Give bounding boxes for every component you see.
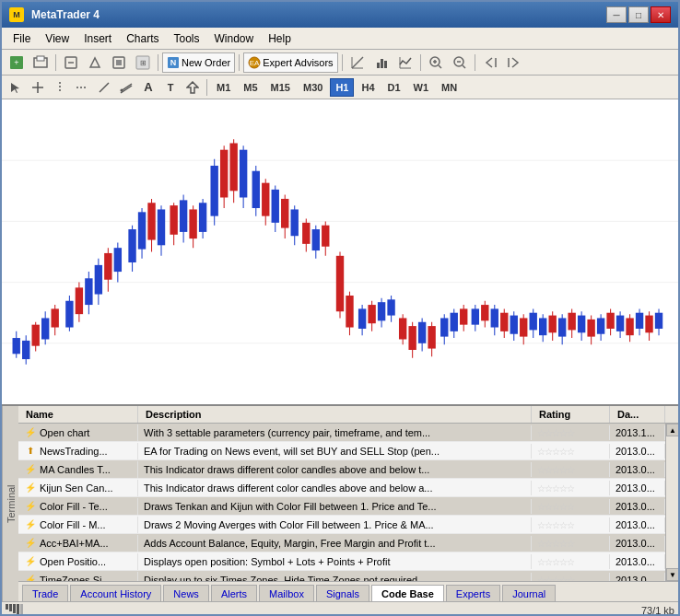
svg-rect-162 (587, 320, 594, 337)
svg-rect-56 (41, 318, 49, 339)
tab-mailbox[interactable]: Mailbox (259, 585, 314, 601)
window-title: MetaTrader 4 (31, 8, 100, 21)
table-row[interactable]: ⚡ Kijun Sen Can... This Indicator draws … (18, 479, 665, 497)
tab-signals[interactable]: Signals (316, 585, 369, 601)
menu-view[interactable]: View (38, 30, 76, 47)
vertical-line-tool[interactable] (50, 78, 70, 97)
cell-name: ⚡ Color Fill - Te... (18, 498, 138, 515)
close-button[interactable]: ✕ (651, 6, 671, 23)
scroll-right-button[interactable] (503, 52, 525, 73)
menu-insert[interactable]: Insert (76, 30, 119, 47)
new-order-button[interactable]: N New Order (162, 52, 235, 73)
text-tool[interactable]: A (138, 78, 158, 97)
maximize-button[interactable]: □ (628, 6, 649, 23)
status-left (6, 604, 23, 616)
tab-account-history[interactable]: Account History (70, 585, 161, 601)
row-icon: ⚡ (24, 463, 37, 476)
toolbar-btn-1[interactable]: + (6, 52, 28, 73)
svg-rect-96 (252, 171, 260, 208)
cell-description: Draws 2 Moving Averges with Color Fill b… (138, 517, 532, 532)
cell-date: 2013.0... (610, 517, 665, 532)
app-icon: M (9, 7, 24, 22)
svg-rect-112 (336, 256, 344, 311)
svg-rect-84 (189, 209, 196, 238)
scroll-track[interactable] (666, 436, 678, 568)
tab-news[interactable]: News (163, 585, 209, 601)
menu-charts[interactable]: Charts (119, 30, 166, 47)
table-row[interactable]: ⚡ Color Fill - M... Draws 2 Moving Averg… (18, 516, 665, 534)
table-row[interactable]: ⚡ Acc+BAI+MA... Adds Account Balance, Eq… (18, 534, 665, 552)
period-m15[interactable]: M15 (265, 78, 296, 97)
period-d1[interactable]: D1 (382, 78, 406, 97)
toolbar-btn-5[interactable] (108, 52, 130, 73)
cell-rating: ☆☆☆☆☆ (532, 499, 610, 514)
svg-rect-142 (491, 308, 498, 327)
signal-indicator (6, 604, 23, 616)
cursor-tool[interactable] (6, 78, 26, 97)
tab-trade[interactable]: Trade (22, 585, 68, 601)
cell-date: 2013.0... (610, 462, 665, 477)
svg-rect-102 (281, 199, 288, 228)
menu-file[interactable]: File (6, 30, 38, 47)
table-row[interactable]: ⚡ TimeZones Si... Display up to six Time… (18, 571, 665, 581)
tab-experts[interactable]: Experts (446, 585, 500, 601)
minimize-button[interactable]: ─ (606, 6, 627, 23)
scroll-up-btn[interactable]: ▲ (666, 424, 678, 436)
expert-advisors-button[interactable]: EA Expert Advisors (243, 52, 337, 73)
text-tool-2[interactable]: T (160, 78, 181, 97)
row-icon: ⚡ (24, 574, 37, 582)
tab-code-base[interactable]: Code Base (371, 585, 444, 601)
period-w1[interactable]: W1 (408, 78, 435, 97)
cell-name: ⬆ NewsTrading... (18, 443, 138, 459)
toolbar-chart-1[interactable] (346, 52, 369, 73)
table-row[interactable]: ⚡ Open chart With 3 settable parameters … (18, 424, 665, 442)
table-row[interactable]: ⚡ MA Candles T... This Indicator draws d… (18, 460, 665, 479)
table-row[interactable]: ⚡ Open Positio... Displays open position… (18, 552, 665, 571)
menu-tools[interactable]: Tools (167, 30, 207, 47)
toolbar-1: + ⊞ N New Order EA Expert Advisors (2, 50, 678, 76)
svg-text:⊞: ⊞ (140, 59, 147, 67)
tab-alerts[interactable]: Alerts (211, 585, 257, 601)
svg-line-30 (463, 65, 465, 68)
tab-journal[interactable]: Journal (502, 585, 556, 601)
period-m1[interactable]: M1 (211, 78, 236, 97)
svg-text:EA: EA (250, 59, 260, 67)
scroll-down-btn[interactable]: ▼ (666, 568, 678, 581)
svg-rect-98 (262, 183, 269, 216)
trendline-tool[interactable] (94, 78, 114, 97)
cell-description: This Indicator draws different color can… (138, 462, 532, 477)
period-h1[interactable]: H1 (330, 78, 354, 97)
zoom-out-button[interactable] (449, 52, 471, 73)
toolbar-btn-3[interactable] (60, 52, 82, 73)
svg-rect-116 (358, 308, 366, 329)
scroll-left-button[interactable] (479, 52, 501, 73)
table-row[interactable]: ⚡ Color Fill - Te... Draws Tenkan and Ki… (18, 497, 665, 516)
svg-rect-110 (322, 226, 329, 247)
toolbar-chart-2[interactable] (370, 52, 393, 73)
svg-rect-138 (472, 308, 479, 324)
period-m30[interactable]: M30 (298, 78, 328, 97)
zoom-in-button[interactable] (425, 52, 447, 73)
bottom-tabs: TradeAccount HistoryNewsAlertsMailboxSig… (18, 581, 678, 601)
cell-name: ⚡ MA Candles T... (18, 461, 138, 478)
menu-window[interactable]: Window (207, 30, 262, 47)
period-mn[interactable]: MN (436, 78, 463, 97)
table-row[interactable]: ⬆ NewsTrading... EA for Trading on News … (18, 442, 665, 460)
scroll-bar[interactable]: ▲ ▼ (665, 424, 678, 581)
horizontal-line-tool[interactable] (72, 78, 92, 97)
period-h4[interactable]: H4 (356, 78, 380, 97)
toolbar-btn-2[interactable] (29, 52, 52, 73)
toolbar-btn-6[interactable]: ⊞ (132, 52, 154, 73)
toolbar-chart-3[interactable] (394, 52, 416, 73)
toolbar-btn-4[interactable] (84, 52, 106, 73)
svg-rect-150 (530, 313, 537, 331)
cell-date: 2013.0... (610, 499, 665, 514)
svg-rect-164 (597, 318, 604, 333)
menu-help[interactable]: Help (261, 30, 299, 47)
cell-date: 2013.0... (610, 536, 665, 551)
parallel-lines-tool[interactable] (116, 78, 136, 97)
arrow-tool[interactable] (182, 78, 203, 97)
chart-area[interactable] (2, 99, 678, 404)
period-m5[interactable]: M5 (238, 78, 263, 97)
crosshair-tool[interactable] (28, 78, 48, 97)
